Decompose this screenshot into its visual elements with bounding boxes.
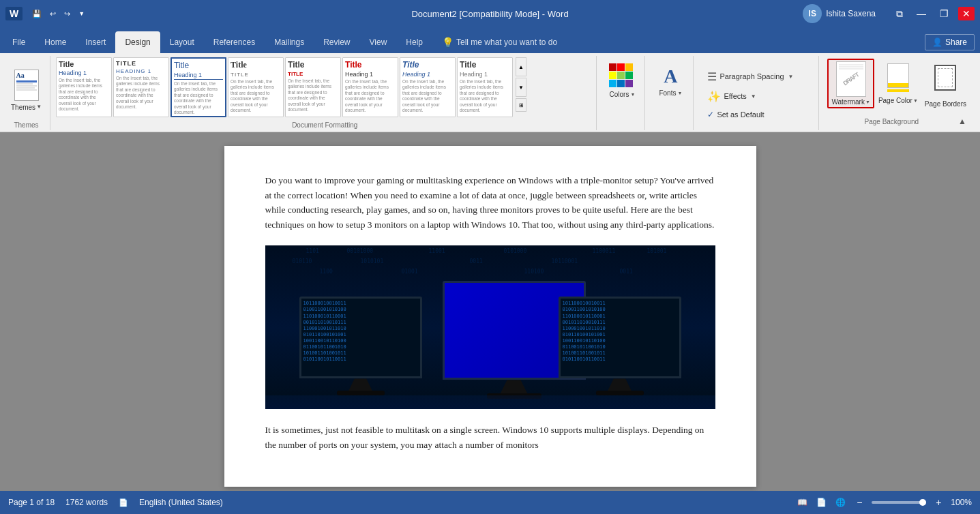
fonts-section: A Fonts ▼: [648, 56, 694, 130]
colors-button[interactable]: Colors ▼: [605, 61, 639, 100]
document-image: 1101 00101000 11001 0101000 1100011 1010…: [265, 245, 715, 409]
ribbon-tabs: File Home Insert Design Layout Reference…: [0, 27, 980, 53]
page-info[interactable]: Page 1 of 18: [8, 498, 55, 507]
zoom-in-icon[interactable]: +: [932, 496, 945, 509]
tab-insert[interactable]: Insert: [76, 31, 115, 53]
document-paragraph-1[interactable]: Do you want to improve your gaming or mu…: [265, 173, 715, 232]
page-color-arrow: ▼: [913, 98, 918, 103]
tab-mailings[interactable]: Mailings: [265, 31, 314, 53]
page-borders-label: Page Borders: [925, 100, 966, 108]
watermark-arrow: ▼: [865, 100, 870, 104]
left-monitor: 101100010010011 010011001010100 11010001…: [299, 297, 422, 395]
tab-home[interactable]: Home: [35, 31, 76, 53]
colors-section: Colors ▼: [599, 56, 645, 130]
window-title: Document2 [Compatibility Mode] - Word: [411, 9, 568, 19]
tab-file[interactable]: File: [3, 31, 35, 53]
page-color-button[interactable]: Page Color ▼: [876, 59, 921, 106]
document-area: Do you want to improve your gaming or mu…: [0, 132, 980, 491]
tab-design[interactable]: Design: [115, 31, 160, 53]
word-count[interactable]: 1762 words: [65, 498, 108, 507]
zoom-out-icon[interactable]: −: [852, 496, 866, 509]
title-left: W 💾 ↩ ↪ ▼: [5, 7, 87, 20]
page-borders-button[interactable]: Page Borders: [922, 59, 969, 110]
tab-help[interactable]: Help: [396, 31, 432, 53]
format-style-5[interactable]: Title TITLE On the Insert tab, the galle…: [285, 57, 341, 117]
title-text: Document2 [Compatibility Mode] - Word: [411, 9, 568, 19]
ribbon: Aa Themes ▼ Themes: [0, 53, 980, 132]
document-paragraph-2[interactable]: It is sometimes, just not feasible to mu…: [265, 423, 715, 452]
format-style-8[interactable]: Title Heading 1 On the Insert tab, the g…: [457, 57, 513, 117]
gallery-expand[interactable]: ⊞: [516, 98, 526, 112]
paragraph-section: ☰ Paragraph Spacing ▼ ✨ Effects ▼ ✓ Set …: [696, 56, 819, 130]
themes-section-label: Themes: [5, 121, 47, 130]
themes-label: Themes: [11, 104, 35, 111]
fonts-label: Fonts: [659, 89, 676, 97]
paragraph-spacing-button[interactable]: ☰ Paragraph Spacing ▼: [704, 68, 810, 85]
tab-references[interactable]: References: [204, 31, 265, 53]
doc-formatting-label: Document Formatting: [56, 121, 593, 130]
quick-undo[interactable]: ↩: [47, 8, 59, 20]
share-button[interactable]: 👤 Share: [925, 34, 975, 50]
web-layout-icon[interactable]: 🌐: [833, 496, 847, 509]
zoom-thumb[interactable]: [919, 499, 926, 506]
user-avatar: IS: [803, 4, 822, 23]
colors-label: Colors: [609, 91, 629, 98]
page-color-label: Page Color: [878, 97, 912, 104]
gallery-scroll-down[interactable]: ▼: [516, 78, 526, 97]
watermark-label: Watermark: [831, 98, 865, 106]
minimize-icon[interactable]: —: [912, 7, 930, 20]
restore-down-icon[interactable]: ⧉: [892, 7, 907, 21]
watermark-button[interactable]: DRAFT Watermark ▼: [827, 59, 874, 108]
themes-section: Aa Themes ▼ Themes: [5, 56, 50, 130]
format-style-7[interactable]: Title Heading 1 On the Insert tab, the g…: [400, 57, 456, 117]
format-style-2[interactable]: TITLE HEADING 1 On the Insert tab, the g…: [113, 57, 169, 117]
gallery-scroll-up[interactable]: ▲: [516, 57, 526, 76]
user-area: IS Ishita Saxena: [803, 4, 876, 23]
zoom-slider[interactable]: [872, 501, 926, 504]
tab-tell-me[interactable]: 💡 Tell me what you want to do: [432, 31, 567, 53]
themes-button[interactable]: Aa Themes ▼: [5, 67, 47, 114]
document-page: Do you want to improve your gaming or mu…: [224, 146, 756, 487]
tab-review[interactable]: Review: [314, 31, 359, 53]
language-icon: 📄: [119, 498, 128, 507]
tab-layout[interactable]: Layout: [160, 31, 204, 53]
zoom-percent[interactable]: 100%: [951, 498, 972, 507]
close-icon[interactable]: ✕: [958, 7, 975, 20]
quick-access-dropdown[interactable]: ▼: [76, 9, 87, 18]
format-style-1[interactable]: Title Heading 1 On the Insert tab, the g…: [56, 57, 112, 117]
format-style-6[interactable]: Title Heading 1 On the Insert tab, the g…: [342, 57, 398, 117]
format-gallery: Title Heading 1 On the Insert tab, the g…: [56, 57, 513, 117]
checkmark-icon: ✓: [707, 110, 714, 119]
right-monitor: 101100010010011 010011001010100 11010001…: [559, 297, 681, 395]
page-background-label: Page Background: [827, 118, 955, 125]
read-mode-icon[interactable]: 📖: [795, 496, 809, 509]
title-right: IS Ishita Saxena ⧉ — ❐ ✕: [803, 4, 975, 23]
user-name: Ishita Saxena: [826, 9, 876, 18]
gallery-scroll: ▲ ▼ ⊞: [516, 57, 526, 112]
paragraph-spacing-label: Paragraph Spacing: [719, 72, 784, 80]
effects-arrow: ▼: [751, 93, 756, 100]
paragraph-spacing-icon: ☰: [707, 70, 717, 83]
set-default-button[interactable]: ✓ Set as Default: [704, 108, 810, 121]
print-layout-icon[interactable]: 📄: [814, 496, 828, 509]
doc-formatting-section: Title Heading 1 On the Insert tab, the g…: [53, 56, 597, 130]
collapse-ribbon-button[interactable]: ▲: [955, 117, 969, 126]
fonts-button[interactable]: A Fonts ▼: [653, 61, 687, 99]
effects-button[interactable]: ✨ Effects ▼: [704, 88, 810, 105]
word-logo: W: [5, 7, 23, 20]
language[interactable]: English (United States): [139, 498, 223, 507]
format-style-4[interactable]: Title TITLE On the Insert tab, the galle…: [228, 57, 284, 117]
share-icon: 👤: [932, 37, 942, 47]
monitor-image: 1101 00101000 11001 0101000 1100011 1010…: [265, 245, 715, 409]
format-style-3[interactable]: Title Heading 1 On the Insert tab, the g…: [170, 57, 226, 117]
colors-arrow: ▼: [630, 92, 635, 97]
effects-label: Effects: [724, 92, 746, 100]
quick-redo[interactable]: ↪: [61, 8, 73, 20]
fonts-arrow: ▼: [677, 91, 682, 95]
share-label: Share: [945, 37, 967, 47]
effects-icon: ✨: [707, 90, 721, 103]
status-bar: Page 1 of 18 1762 words 📄 English (Unite…: [0, 491, 980, 514]
maximize-icon[interactable]: ❐: [936, 7, 953, 20]
quick-save[interactable]: 💾: [29, 8, 44, 20]
tab-view[interactable]: View: [360, 31, 397, 53]
